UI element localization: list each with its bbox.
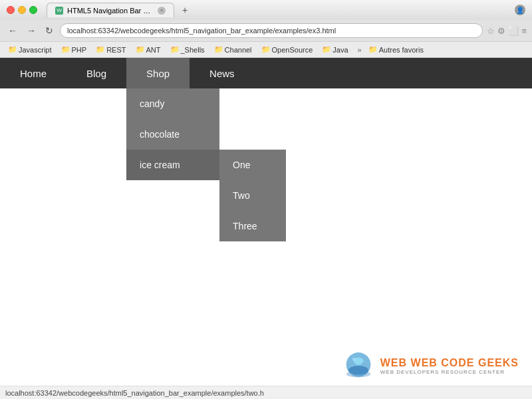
new-tab-button[interactable]: + <box>182 5 188 15</box>
nav-shop[interactable]: Shop <box>126 58 190 88</box>
submenu-one-label: One <box>233 160 250 170</box>
forward-button[interactable]: → <box>24 24 39 37</box>
menu-icon[interactable]: ≡ <box>521 26 527 36</box>
address-icons: ☆ ⚙ ⬜ ≡ <box>487 26 527 36</box>
folder-icon: 📁 <box>136 45 145 54</box>
watermark-web: WEB <box>380 357 411 368</box>
submenu-three[interactable]: Three <box>219 211 286 241</box>
bookmark-label: Javascript <box>19 46 52 54</box>
dropdown-icecream[interactable]: ice cream One Two Three <box>126 150 219 180</box>
dropdown-icecream-label: ice cream <box>140 160 180 170</box>
page-content: Home Blog Shop candy chocolate ice cream <box>0 58 532 88</box>
bookmark-label: REST <box>106 46 126 54</box>
dropdown-chocolate-label: chocolate <box>140 129 180 140</box>
bookmark-label: PHP <box>72 46 87 54</box>
submenu-one[interactable]: One <box>219 150 286 180</box>
browser-chrome: W HTML5 Navigation Bar Ex... × + 👤 ← → ↻… <box>0 0 532 58</box>
bookmark-php[interactable]: 📁 PHP <box>59 45 90 55</box>
watermark-icon <box>342 349 375 382</box>
dropdown-candy[interactable]: candy <box>126 88 219 119</box>
folder-icon: 📁 <box>322 45 331 54</box>
folder-icon: 📁 <box>214 45 223 54</box>
nav-bar: Home Blog Shop candy chocolate ice cream <box>0 58 532 88</box>
nav-shop-label: Shop <box>146 68 170 79</box>
svg-point-2 <box>352 358 356 361</box>
tab-favicon: W <box>55 7 63 15</box>
bookmark-rest[interactable]: 📁 REST <box>93 45 128 55</box>
back-button[interactable]: ← <box>5 24 20 37</box>
nav-home[interactable]: Home <box>0 58 66 88</box>
watermark-title: WEB WEB CODE GEEKS <box>380 357 519 369</box>
minimize-button[interactable] <box>18 6 26 14</box>
watermark-text: WEB WEB CODE GEEKS WEB DEVELOPERS RESOUR… <box>380 357 519 375</box>
bookmark-label: OpenSource <box>272 46 313 54</box>
submenu-two-label: Two <box>233 190 250 201</box>
bookmark-label: _Shells <box>181 46 205 54</box>
refresh-button[interactable]: ↻ <box>43 24 56 37</box>
watermark-code-geeks: WEB CODE GEEKS <box>411 357 519 368</box>
folder-icon: 📁 <box>170 45 180 54</box>
nav-shop-container: Shop candy chocolate ice cream One <box>126 58 190 88</box>
submenu-two[interactable]: Two <box>219 180 286 211</box>
bookmark-channel[interactable]: 📁 Channel <box>211 45 255 55</box>
settings-icon[interactable]: ⚙ <box>497 26 505 36</box>
bookmark-label: Channel <box>225 46 252 54</box>
nav-news[interactable]: News <box>190 58 255 88</box>
dropdown-chocolate[interactable]: chocolate <box>126 119 219 150</box>
svg-point-3 <box>346 371 370 378</box>
bookmark-ant[interactable]: 📁 ANT <box>133 45 164 55</box>
traffic-lights <box>7 6 37 14</box>
tab-close-button[interactable]: × <box>158 7 166 15</box>
nav-news-label: News <box>209 68 235 79</box>
folder-icon: 📁 <box>261 45 271 54</box>
title-bar: W HTML5 Navigation Bar Ex... × + 👤 <box>0 0 532 20</box>
bookmark-javascript[interactable]: 📁 Javascript <box>5 45 55 55</box>
tab-label: HTML5 Navigation Bar Ex... <box>67 7 154 15</box>
watermark: WEB WEB CODE GEEKS WEB DEVELOPERS RESOUR… <box>342 349 519 382</box>
dropdown-candy-label: candy <box>140 98 164 109</box>
status-bar: localhost:63342/webcodegeeks/html5_navig… <box>0 386 532 399</box>
bookmarks-bar: 📁 Javascript 📁 PHP 📁 REST 📁 ANT 📁 _Shell… <box>0 41 532 57</box>
bookmark-label: ANT <box>146 46 161 54</box>
more-bookmarks-indicator: » <box>358 46 362 54</box>
star-icon[interactable]: ☆ <box>487 26 495 36</box>
bookmark-label: Autres favoris <box>379 46 424 54</box>
fullscreen-icon[interactable]: ⬜ <box>508 26 519 36</box>
folder-icon: 📁 <box>96 45 105 54</box>
folder-icon: 📁 <box>8 45 17 54</box>
shop-dropdown: candy chocolate ice cream One Two <box>126 88 219 180</box>
status-url: localhost:63342/webcodegeeks/html5_navig… <box>5 389 264 397</box>
bookmark-autres[interactable]: 📁 Autres favoris <box>366 45 426 55</box>
bookmark-shells[interactable]: 📁 _Shells <box>168 45 207 55</box>
address-bar[interactable]: localhost:63342/webcodegeeks/html5_navig… <box>60 23 483 38</box>
bookmark-label: Java <box>332 46 348 54</box>
folder-icon: 📁 <box>368 45 378 54</box>
submenu-three-label: Three <box>233 221 257 231</box>
address-bar-row: ← → ↻ localhost:63342/webcodegeeks/html5… <box>0 20 532 41</box>
close-button[interactable] <box>7 6 15 14</box>
bookmark-opensource[interactable]: 📁 OpenSource <box>259 45 316 55</box>
icecream-submenu: One Two Three <box>219 150 286 241</box>
watermark-subtitle: WEB DEVELOPERS RESOURCE CENTER <box>380 369 519 375</box>
browser-user-icon: 👤 <box>515 5 525 15</box>
folder-icon: 📁 <box>61 45 70 54</box>
url-text: localhost:63342/webcodegeeks/html5_navig… <box>67 27 336 35</box>
nav-blog[interactable]: Blog <box>66 58 126 88</box>
nav-blog-label: Blog <box>86 68 106 79</box>
maximize-button[interactable] <box>29 6 37 14</box>
bookmark-java[interactable]: 📁 Java <box>319 45 350 55</box>
browser-tab[interactable]: W HTML5 Navigation Bar Ex... × <box>47 3 174 17</box>
nav-home-label: Home <box>20 68 47 79</box>
